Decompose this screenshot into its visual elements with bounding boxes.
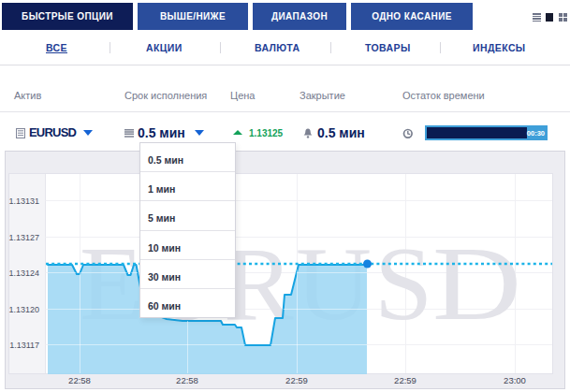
svg-text:1.13120: 1.13120 (8, 305, 39, 314)
svg-text:22:59: 22:59 (285, 375, 308, 385)
svg-text:1.13124: 1.13124 (8, 269, 39, 278)
svg-text:23:00: 23:00 (504, 375, 526, 385)
svg-text:1.13131: 1.13131 (8, 196, 39, 206)
svg-text:S: S (374, 225, 432, 341)
svg-text:1.13127: 1.13127 (8, 233, 39, 242)
svg-text:22:58: 22:58 (68, 375, 91, 385)
svg-text:D: D (432, 225, 521, 341)
svg-text:22:58: 22:58 (176, 375, 198, 385)
svg-text:1.13117: 1.13117 (9, 341, 39, 350)
svg-text:22:59: 22:59 (394, 375, 417, 385)
